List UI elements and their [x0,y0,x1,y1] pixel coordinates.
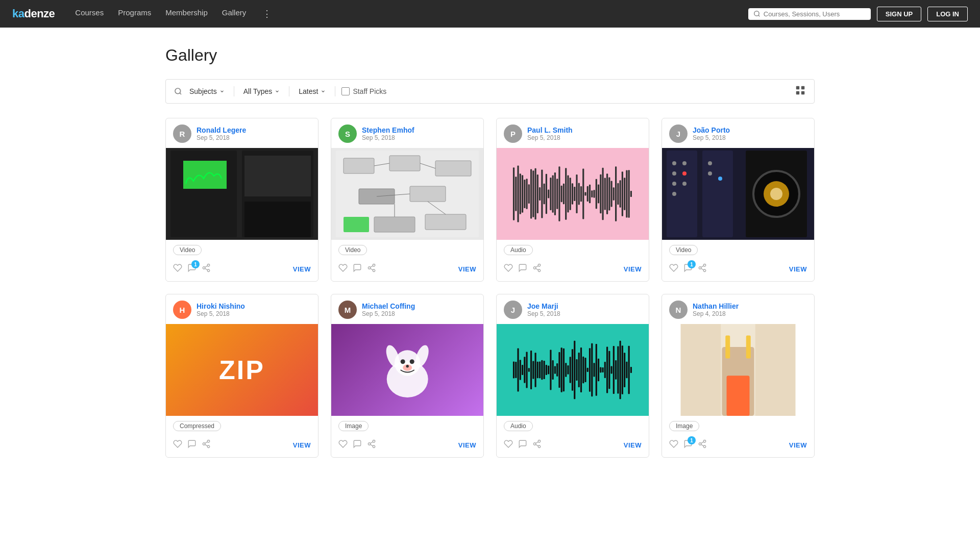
svg-rect-200 [725,336,730,359]
comment-button[interactable] [187,439,197,451]
svg-rect-171 [589,348,591,392]
comment-button[interactable]: 1 [187,263,197,275]
svg-rect-136 [513,362,514,379]
card-user-info: Michael Coffing Sep 5, 2018 [362,302,415,317]
card-actions: VIEW [497,258,649,281]
share-button[interactable] [367,439,376,451]
svg-point-130 [406,365,408,367]
svg-rect-44 [528,184,530,204]
avatar: S [338,124,357,143]
share-button[interactable] [202,263,211,275]
card-username[interactable]: Paul L. Smith [527,126,573,134]
like-button[interactable] [504,263,513,275]
search-box [748,8,871,20]
card-username[interactable]: Ronald Legere [197,126,246,134]
card-thumbnail[interactable] [331,148,483,240]
staff-picks-filter[interactable]: Staff Picks [341,87,386,95]
svg-rect-73 [591,190,593,197]
nav-more-icon[interactable]: ⋮ [260,8,274,19]
svg-rect-80 [606,173,608,214]
card-username[interactable]: Hiroki Nishino [197,302,245,310]
comment-button[interactable] [518,263,527,275]
like-button[interactable] [338,439,348,451]
card-thumbnail[interactable] [662,324,814,416]
card-thumbnail[interactable] [662,148,814,240]
comment-button[interactable]: 1 [683,439,693,451]
share-button[interactable] [367,263,376,275]
logo[interactable]: kadenze [12,7,55,20]
card-type-badge: Video [166,240,318,258]
card-thumbnail[interactable] [331,324,483,416]
card-thumbnail[interactable] [497,324,649,416]
grid-view-icon[interactable] [795,85,806,96]
svg-rect-165 [576,359,577,381]
view-button[interactable]: VIEW [624,265,642,273]
view-button[interactable]: VIEW [458,265,476,273]
gallery-card: J Joe Marji Sep 5, 2018 Audio VIEW [496,294,649,458]
like-button[interactable] [173,263,182,275]
gallery-card: J João Porto Sep 5, 2018 Video [662,118,815,282]
card-username[interactable]: João Porto [693,126,730,134]
svg-rect-42 [524,180,525,208]
card-actions: 1 VIEW [662,258,814,281]
view-button[interactable]: VIEW [293,441,311,449]
card-date: Sep 5, 2018 [362,134,414,141]
svg-rect-176 [600,367,601,373]
card-date: Sep 4, 2018 [693,310,739,317]
nav-membership[interactable]: Membership [165,8,208,19]
card-date: Sep 5, 2018 [197,310,245,317]
search-input[interactable] [764,10,866,18]
comment-button[interactable] [353,439,362,451]
svg-point-202 [703,440,706,443]
staff-picks-checkbox[interactable] [341,87,350,95]
svg-rect-51 [544,184,545,205]
nav-gallery[interactable]: Gallery [222,8,247,19]
nav-programs[interactable]: Programs [118,8,151,19]
filter-divider-3 [335,86,335,96]
login-button[interactable]: LOG IN [927,7,968,21]
svg-rect-46 [532,170,534,217]
view-button[interactable]: VIEW [789,441,807,449]
like-button[interactable] [338,263,348,275]
svg-rect-188 [626,362,627,379]
view-button[interactable]: VIEW [293,265,311,273]
svg-point-191 [538,440,541,443]
latest-filter[interactable]: Latest [296,85,329,97]
share-button[interactable] [202,439,211,451]
card-username[interactable]: Michael Coffing [362,302,415,310]
svg-rect-71 [587,186,589,202]
like-button[interactable] [173,439,182,451]
svg-rect-137 [515,362,517,378]
card-thumbnail[interactable]: ZIP [166,324,318,416]
svg-rect-158 [561,347,562,392]
all-types-filter[interactable]: All Types [240,85,283,97]
comment-button[interactable] [353,263,362,275]
view-button[interactable]: VIEW [624,441,642,449]
view-button[interactable]: VIEW [789,265,807,273]
subjects-filter[interactable]: Subjects [186,85,228,97]
svg-rect-85 [617,183,619,205]
signup-button[interactable]: SIGN UP [877,7,921,21]
share-button[interactable] [532,439,542,451]
gallery-card: S Stephen Emhof Sep 5, 2018 Video [331,118,484,282]
share-button[interactable] [532,263,542,275]
svg-rect-178 [604,362,606,378]
like-button[interactable] [504,439,513,451]
svg-rect-45 [530,169,532,218]
comment-button[interactable] [518,439,527,451]
card-username[interactable]: Stephen Emhof [362,126,414,134]
like-button[interactable] [669,439,678,451]
comment-button[interactable]: 1 [683,263,693,275]
like-button[interactable] [669,263,678,275]
filter-search-icon [174,87,182,95]
share-button[interactable] [698,263,707,275]
card-thumbnail[interactable] [497,148,649,240]
nav-courses[interactable]: Courses [75,8,104,19]
svg-rect-72 [589,185,591,203]
card-username[interactable]: Joe Marji [527,302,560,310]
card-username[interactable]: Nathan Hillier [693,302,739,310]
card-thumbnail[interactable] [166,148,318,240]
share-button[interactable] [698,439,707,451]
svg-line-36 [370,266,373,267]
view-button[interactable]: VIEW [458,441,476,449]
